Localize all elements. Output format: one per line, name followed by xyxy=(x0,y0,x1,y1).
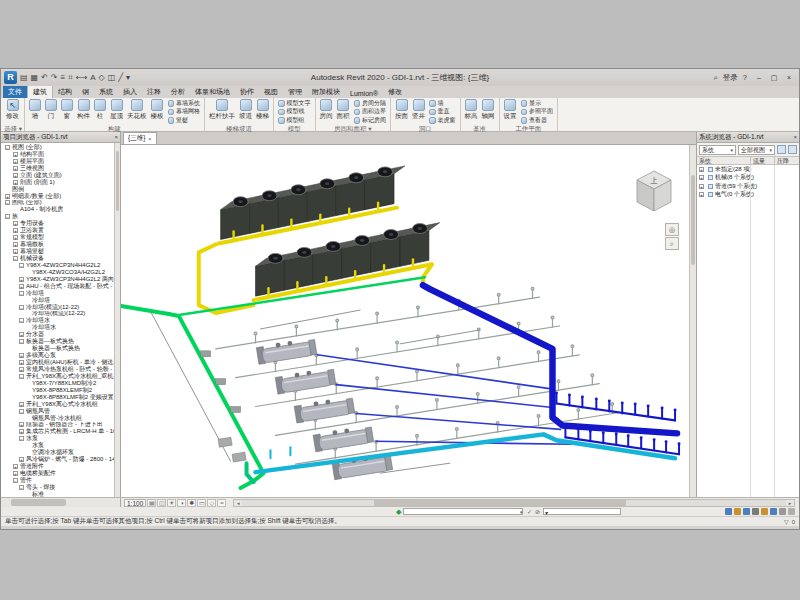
expand-icon[interactable]: − xyxy=(13,478,18,483)
ribbon-button[interactable]: 垂直 xyxy=(427,108,458,117)
expand-icon[interactable]: + xyxy=(13,242,18,247)
tree-item[interactable]: −开利_Y98X离心式冷水机组_双机头 xyxy=(1,373,120,380)
ribbon-button[interactable]: 房间 xyxy=(318,99,335,125)
ribbon-tab[interactable]: 修改 xyxy=(383,86,407,98)
expand-icon[interactable]: + xyxy=(699,175,704,180)
expand-icon[interactable]: − xyxy=(5,200,10,205)
expand-icon[interactable]: + xyxy=(19,367,24,372)
column-header-pressure[interactable]: 压降 xyxy=(775,157,799,164)
ribbon-button[interactable]: 竖井 xyxy=(410,99,427,125)
expand-icon[interactable]: + xyxy=(13,249,18,254)
maximize-button[interactable]: ▢ xyxy=(767,72,781,84)
ribbon-tab[interactable]: 视图 xyxy=(259,86,283,98)
ribbon-button[interactable]: 模型文字 xyxy=(276,99,313,108)
tree-item[interactable]: −弯头 - 焊接 xyxy=(1,484,120,491)
tree-item[interactable]: −冷却塔(横流)(12-22) xyxy=(1,304,120,311)
ribbon-button[interactable]: 模型组 xyxy=(276,116,313,125)
expand-icon[interactable]: + xyxy=(13,180,18,185)
link-icon[interactable] xyxy=(752,508,759,515)
expand-icon[interactable]: − xyxy=(5,145,10,150)
view-tab-3d[interactable]: {三维} × xyxy=(123,132,157,144)
crop-region-icon[interactable]: ◇ xyxy=(207,499,216,507)
view-cube[interactable]: 上 xyxy=(631,167,677,219)
ribbon-button[interactable]: 幕墙网格 xyxy=(166,108,203,117)
tree-item[interactable]: −冷却塔 xyxy=(1,290,120,297)
expand-icon[interactable]: + xyxy=(19,284,24,289)
help-icon[interactable]: ? xyxy=(743,73,747,82)
section-icon[interactable]: ◫ xyxy=(108,73,116,83)
design-options-select[interactable]: ▾ xyxy=(543,508,621,515)
tree-item[interactable]: +分水器 xyxy=(1,331,120,338)
expand-icon[interactable]: − xyxy=(19,305,24,310)
zoom-icon[interactable]: ⌕ xyxy=(665,237,679,250)
view-tab-close-icon[interactable]: × xyxy=(148,136,151,142)
tree-item[interactable]: Y98X-8P88XLEMF制2 xyxy=(1,387,120,394)
ribbon-button[interactable]: 天花板 xyxy=(125,99,149,125)
ribbon-button[interactable]: 老虎窗 xyxy=(427,116,458,125)
expand-icon[interactable]: − xyxy=(19,436,24,441)
switch-windows-icon[interactable]: ▾ xyxy=(126,73,130,83)
ribbon-tab[interactable]: 系统 xyxy=(94,86,118,98)
ribbon-tab[interactable]: 钢 xyxy=(77,86,94,98)
ribbon-button[interactable]: 参照平面 xyxy=(519,108,556,117)
3d-model[interactable] xyxy=(121,145,689,497)
ribbon-button[interactable]: 按面 xyxy=(393,99,410,125)
expand-icon[interactable]: + xyxy=(699,192,704,197)
tree-item[interactable]: +阻垢器 - 锈蚀器合 - 下进下出 xyxy=(1,422,120,429)
model-view[interactable]: 上 ◎ ⌕ xyxy=(121,145,689,497)
tree-item[interactable]: +电缆桥架配件 xyxy=(1,470,120,477)
ribbon-button[interactable]: 楼梯 xyxy=(254,99,271,125)
ribbon-tab[interactable]: 管理 xyxy=(283,86,307,98)
tree-item[interactable]: −钢瓶风管 xyxy=(1,408,120,415)
expand-icon[interactable]: + xyxy=(19,353,24,358)
revit-logo-icon[interactable]: R xyxy=(4,71,17,84)
expand-icon[interactable]: + xyxy=(13,235,18,240)
ribbon-button[interactable]: 标高 xyxy=(463,99,480,125)
expand-icon[interactable]: + xyxy=(13,221,18,226)
expand-icon[interactable]: + xyxy=(5,194,10,199)
select-pinned-icon[interactable] xyxy=(779,508,786,515)
system-row[interactable]: +管道(59 个系统) xyxy=(697,182,799,191)
tree-item[interactable]: +专用设备 xyxy=(1,220,120,227)
steering-wheel-icon[interactable]: ◎ xyxy=(665,223,679,236)
expand-icon[interactable]: + xyxy=(699,184,704,189)
expand-icon[interactable]: + xyxy=(13,166,18,171)
tree-item[interactable]: 板换器—板式换热 xyxy=(1,345,120,352)
ribbon-button[interactable]: 幕墙系统 xyxy=(166,99,203,108)
tree-item[interactable]: +立面 (建筑立面) xyxy=(1,172,120,179)
tree-item[interactable]: +幕墙竖梃 xyxy=(1,248,120,255)
ribbon-button[interactable]: 墙 xyxy=(427,99,458,108)
tree-item[interactable]: 冷却塔水 xyxy=(1,324,120,331)
tree-item[interactable]: +多级离心泵 xyxy=(1,352,120,359)
expand-icon[interactable]: + xyxy=(19,332,24,337)
canvas-vertical-scrollbar[interactable] xyxy=(689,145,696,497)
tree-item[interactable]: −视图 (全部) xyxy=(1,144,120,151)
expand-icon[interactable]: + xyxy=(13,464,18,469)
ribbon-button[interactable]: 显示 xyxy=(519,99,556,108)
tree-item[interactable]: +风冷锅炉 - 燃气 - 防爆 - 2800 - 14000 kW xyxy=(1,456,120,463)
expand-icon[interactable]: − xyxy=(19,374,24,379)
sign-in-button[interactable]: 登录 xyxy=(723,73,738,83)
ribbon-button[interactable]: 窗 xyxy=(59,99,75,125)
tree-item[interactable]: Y98X-7/Y88XLMD制冷2 xyxy=(1,380,120,387)
tree-item[interactable]: 空调冷水循环泵 xyxy=(1,449,120,456)
system-view-select[interactable]: 系统▾ xyxy=(699,145,736,155)
ribbon-tab[interactable]: 附加模块 xyxy=(307,86,345,98)
rendering-icon[interactable]: ✱ xyxy=(187,499,196,507)
undo-icon[interactable]: ↶ xyxy=(41,73,48,83)
tree-item[interactable]: 冷却塔 xyxy=(1,297,120,304)
system-row[interactable]: +电气(0 个系统) xyxy=(697,191,799,200)
ribbon-tab[interactable]: Lumion® xyxy=(345,89,383,98)
expand-icon[interactable]: − xyxy=(19,263,24,268)
expand-icon[interactable]: + xyxy=(19,422,24,427)
tree-item[interactable]: +明细表/数量 (全部) xyxy=(1,193,120,200)
worksets-icon[interactable] xyxy=(734,508,741,515)
shadows-icon[interactable]: ◑ xyxy=(177,499,186,507)
expand-icon[interactable]: + xyxy=(19,429,24,434)
tree-item[interactable]: 标准 xyxy=(1,491,120,497)
tree-item[interactable]: −Y98X-4ZW3CP3N4H4G2L2 xyxy=(1,262,120,269)
expand-icon[interactable]: + xyxy=(13,228,18,233)
system-row[interactable]: +机械(8 个系统) xyxy=(697,174,799,183)
expand-icon[interactable]: + xyxy=(13,471,18,476)
tree-item[interactable]: 钢瓶风管-冷水机组 xyxy=(1,415,120,422)
